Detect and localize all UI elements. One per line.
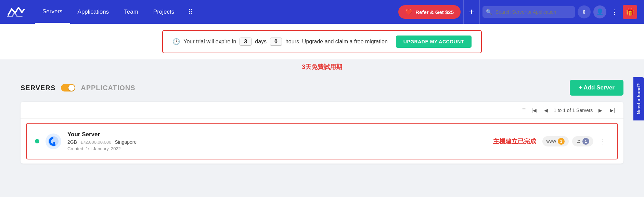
row-more-button[interactable]: ⋮ (597, 136, 609, 147)
pagination-text: 1 to 1 of 1 Servers (554, 108, 593, 113)
nav-item-team[interactable]: Team (116, 0, 146, 24)
server-completed-label: 主機建立已完成 (493, 137, 536, 145)
nav-item-applications[interactable]: Applications (70, 0, 117, 24)
server-size: 2GB (67, 139, 77, 145)
toggle-switch[interactable] (61, 84, 75, 92)
server-name: Your Server (67, 131, 477, 138)
navbar-right: ❤️ Refer & Get $25 + 🔍 0 👤 ⋮ 🎁 (398, 0, 637, 24)
server-info: Your Server 2GB 172.000.00.000 Singapore… (67, 131, 477, 151)
trial-banner-wrapper: 🕐 Your trial will expire in 3 days 0 hou… (0, 24, 644, 59)
avatar-button[interactable]: 👤 (593, 5, 606, 18)
tab-applications[interactable]: APPLICATIONS (81, 84, 135, 92)
clock-icon: 🕐 (172, 38, 180, 45)
server-row[interactable]: Your Server 2GB 172.000.00.000 Singapore… (26, 123, 618, 159)
refer-button[interactable]: ❤️ Refer & Get $25 (398, 5, 461, 19)
server-logo-icon (46, 133, 61, 149)
pagination-prev-button[interactable]: ◀ (542, 107, 550, 114)
www-count: 1 (558, 138, 565, 145)
server-status-dot (35, 139, 39, 143)
server-meta: 2GB 172.000.00.000 Singapore (67, 139, 477, 145)
section-header: SERVERS APPLICATIONS + Add Server (21, 80, 623, 96)
file-icon: 🗂 (576, 139, 581, 144)
search-input[interactable] (482, 6, 575, 18)
logo[interactable] (7, 5, 25, 18)
main-content: SERVERS APPLICATIONS + Add Server ≡ |◀ ◀… (0, 73, 644, 174)
trial-banner: 🕐 Your trial will expire in 3 days 0 hou… (162, 30, 482, 53)
gift-icon: 🎁 (626, 8, 634, 16)
nav-links: Servers Applications Team Projects ⠿ (35, 0, 395, 24)
upgrade-button[interactable]: UPGRADE MY ACCOUNT (396, 36, 472, 48)
heart-icon: ❤️ (405, 8, 413, 16)
trial-days-label: days (255, 39, 267, 45)
server-actions: www 1 🗂 1 ⋮ (542, 136, 609, 147)
trial-hours-label: hours. Upgrade and claim a free migratio… (285, 39, 388, 45)
tab-servers[interactable]: SERVERS (21, 84, 55, 92)
pagination-next-button[interactable]: ▶ (597, 107, 604, 114)
www-badge[interactable]: www 1 (542, 136, 569, 146)
server-ip: 172.000.00.000 (80, 140, 111, 145)
pagination-first-button[interactable]: |◀ (530, 107, 538, 114)
notification-button[interactable]: 0 (578, 5, 591, 18)
file-badge[interactable]: 🗂 1 (572, 136, 593, 146)
search-wrapper: 🔍 (482, 6, 575, 18)
file-count: 1 (582, 138, 589, 145)
server-location: Singapore (115, 139, 137, 145)
trial-text: 🕐 Your trial will expire in 3 days 0 hou… (172, 38, 388, 46)
server-created: Created: 1st January, 2022 (67, 146, 477, 151)
servers-apps-toggle[interactable] (61, 84, 75, 92)
gift-button[interactable]: 🎁 (623, 5, 637, 19)
trial-hours-value: 0 (270, 38, 282, 46)
need-hand-button[interactable]: Need a hand? (633, 77, 644, 120)
navbar: Servers Applications Team Projects ⠿ ❤️ … (0, 0, 644, 24)
trial-days-value: 3 (240, 38, 252, 46)
trial-text-before: Your trial will expire in (183, 39, 236, 45)
server-table: ≡ |◀ ◀ 1 to 1 of 1 Servers ▶ ▶| Your Ser… (21, 102, 623, 164)
more-button[interactable]: ⋮ (609, 5, 620, 18)
user-icon: 👤 (596, 8, 604, 16)
add-server-button[interactable]: + Add Server (570, 80, 623, 96)
section-tabs: SERVERS APPLICATIONS (21, 84, 136, 92)
www-label: www (546, 139, 556, 144)
pagination-last-button[interactable]: ▶| (608, 107, 617, 114)
table-top-bar: ≡ |◀ ◀ 1 to 1 of 1 Servers ▶ ▶| (21, 102, 623, 119)
grid-icon[interactable]: ⠿ (182, 0, 199, 24)
refer-label: Refer & Get $25 (415, 9, 454, 15)
nav-item-servers[interactable]: Servers (35, 0, 70, 24)
filter-icon[interactable]: ≡ (522, 107, 526, 114)
nav-item-projects[interactable]: Projects (146, 0, 182, 24)
free-trial-note: 3天免費試用期 (0, 59, 644, 73)
add-button[interactable]: + (463, 0, 480, 24)
